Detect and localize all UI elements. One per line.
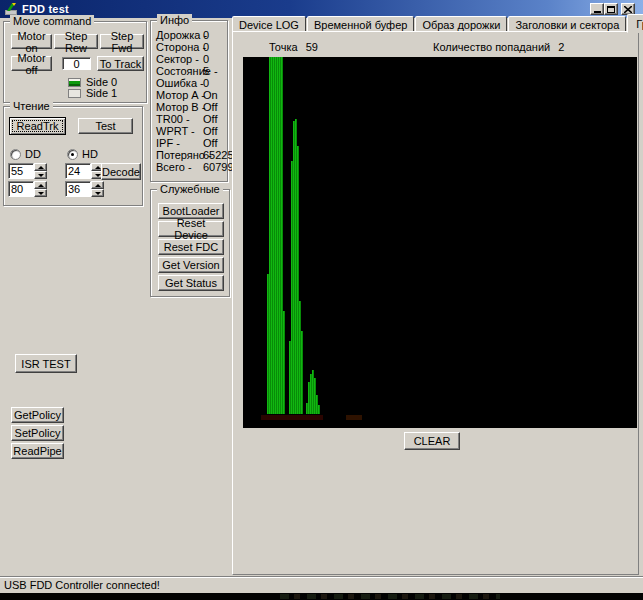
step-fwd-button[interactable]: Step Fwd xyxy=(100,34,144,49)
graph-tab-page: Точка 59 Количество попаданий 2 CLEAR xyxy=(232,31,639,575)
motor-on-button[interactable]: Motor on xyxy=(11,34,52,49)
up-arrow-icon xyxy=(38,166,44,169)
chart-bar xyxy=(318,405,320,414)
spinner-0[interactable] xyxy=(8,163,47,179)
group-move-command-label: Move command xyxy=(10,15,94,27)
test-button[interactable]: Test xyxy=(78,118,133,134)
info-row: IPF -Off xyxy=(151,137,227,148)
spinner-2-input[interactable] xyxy=(8,181,34,197)
taskbar-strip xyxy=(0,593,643,600)
tab-time-buffer[interactable]: Временной буфер xyxy=(307,16,414,32)
side1-label: Side 1 xyxy=(86,87,117,99)
app-icon xyxy=(4,2,18,16)
motor-off-button[interactable]: Motor off xyxy=(11,56,52,71)
isr-test-button[interactable]: ISR TEST xyxy=(15,354,77,373)
info-row: Ошибка -0 xyxy=(151,77,227,88)
reset-device-button[interactable]: Reset Device xyxy=(158,221,224,237)
info-row: TR00 -Off xyxy=(151,113,227,124)
tab-device-log[interactable]: Device LOG xyxy=(232,16,306,32)
fdd-test-window: FDD test Move command Motor on Step Rew … xyxy=(0,0,643,600)
tab-track-image[interactable]: Образ дорожки xyxy=(415,16,507,32)
spinner-1-input[interactable] xyxy=(65,163,91,179)
clear-button[interactable]: CLEAR xyxy=(404,432,460,450)
hits-caption: Количество попаданий 2 xyxy=(433,41,564,53)
info-row: WPRT -Off xyxy=(151,125,227,136)
readpipe-button[interactable]: ReadPipe xyxy=(11,443,64,459)
radio-hd-label: HD xyxy=(82,148,98,160)
side1-selector[interactable]: Side 1 xyxy=(68,87,117,99)
group-reading: Чтение ReadTrk Test DD HD Decode xyxy=(3,106,143,206)
up-arrow-icon xyxy=(95,184,101,187)
radio-hd[interactable]: HD xyxy=(67,148,98,160)
info-row: Мотор B -Off xyxy=(151,101,227,112)
radio-dd-label: DD xyxy=(25,148,41,160)
radio-hd-circle xyxy=(67,149,78,160)
tab-headers-sectors[interactable]: Заголовки и сектора xyxy=(508,16,626,32)
down-arrow-icon xyxy=(95,192,101,195)
group-service-label: Служебные xyxy=(157,183,223,195)
group-move-command: Move command Motor on Step Rew Step Fwd … xyxy=(3,21,147,103)
group-info: Инфо Дорожка -0 Сторона -0 Сектор -0 Сос… xyxy=(150,20,228,182)
tab-graph[interactable]: График xyxy=(627,14,643,33)
chart-baseline-mark xyxy=(261,415,323,420)
group-service: Служебные BootLoader Reset Device Reset … xyxy=(150,189,230,297)
info-row: Дорожка -0 xyxy=(151,29,227,40)
get-status-button[interactable]: Get Status xyxy=(158,275,224,291)
track-number-input[interactable] xyxy=(62,57,91,70)
info-row: Сторона -0 xyxy=(151,41,227,52)
up-arrow-icon xyxy=(38,184,44,187)
chart-plot xyxy=(243,57,637,428)
chart-bar xyxy=(283,311,285,414)
info-row: Всего -60799 xyxy=(151,161,227,172)
spinner-3-down-button[interactable] xyxy=(91,189,104,197)
info-row: Сектор -0 xyxy=(151,53,227,64)
spinner-0-down-button[interactable] xyxy=(34,171,47,179)
point-caption: Точка 59 xyxy=(269,41,318,53)
get-version-button[interactable]: Get Version xyxy=(158,257,224,273)
side0-selected-icon xyxy=(68,78,81,87)
point-label: Точка xyxy=(269,41,298,53)
window-title: FDD test xyxy=(22,3,69,15)
reset-fdc-button[interactable]: Reset FDC xyxy=(158,239,224,255)
statusbar: USB FDD Controller connected! xyxy=(0,576,643,593)
getpolicy-button[interactable]: GetPolicy xyxy=(11,407,64,423)
side1-icon xyxy=(68,89,81,98)
tabstrip: Device LOG Временной буфер Образ дорожки… xyxy=(232,13,643,32)
maximize-icon xyxy=(607,6,615,13)
info-row: Мотор A -On xyxy=(151,89,227,100)
readtrk-button[interactable]: ReadTrk xyxy=(9,117,66,135)
spinner-3[interactable] xyxy=(65,181,104,197)
chart-bar xyxy=(301,331,303,414)
info-row: Потеряно -65225 xyxy=(151,149,227,160)
radio-dd[interactable]: DD xyxy=(10,148,41,160)
taskbar-sliver xyxy=(280,594,500,599)
decode-button[interactable]: Decode xyxy=(101,163,141,180)
group-info-label: Инфо xyxy=(157,14,192,26)
spinner-2-up-button[interactable] xyxy=(34,181,47,189)
point-value: 59 xyxy=(306,41,318,53)
spinner-3-input[interactable] xyxy=(65,181,91,197)
status-text: USB FDD Controller connected! xyxy=(4,579,160,591)
group-reading-label: Чтение xyxy=(10,100,53,112)
hits-value: 2 xyxy=(558,41,564,53)
spinner-2-down-button[interactable] xyxy=(34,189,47,197)
spinner-0-input[interactable] xyxy=(8,163,34,179)
to-track-button[interactable]: To Track xyxy=(97,56,144,71)
close-icon xyxy=(624,6,632,13)
spinner-0-up-button[interactable] xyxy=(34,163,47,171)
chart-baseline-mark xyxy=(346,415,362,420)
info-row: Состояние -5 xyxy=(151,65,227,76)
up-arrow-icon xyxy=(95,166,101,169)
hits-label: Количество попаданий xyxy=(433,41,550,53)
step-rew-button[interactable]: Step Rew xyxy=(54,34,98,49)
down-arrow-icon xyxy=(95,174,101,177)
down-arrow-icon xyxy=(38,174,44,177)
spinner-3-up-button[interactable] xyxy=(91,181,104,189)
down-arrow-icon xyxy=(38,192,44,195)
spinner-2[interactable] xyxy=(8,181,47,197)
spinner-1[interactable] xyxy=(65,163,104,179)
radio-dd-circle xyxy=(10,149,21,160)
setpolicy-button[interactable]: SetPolicy xyxy=(11,425,64,441)
